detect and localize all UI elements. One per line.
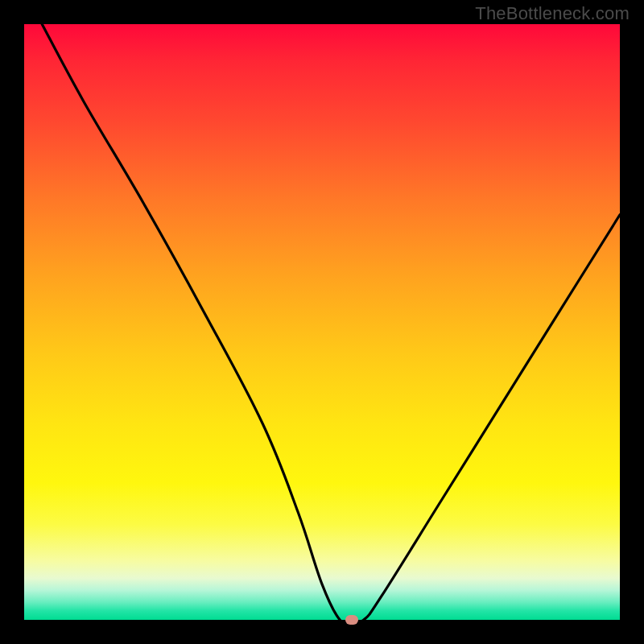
optimal-point-marker [345, 615, 358, 625]
bottleneck-curve [42, 24, 620, 620]
watermark-label: TheBottleneck.com [475, 3, 630, 24]
chart-frame: TheBottleneck.com [0, 0, 644, 644]
curve-svg [24, 24, 620, 620]
plot-area [24, 24, 620, 620]
